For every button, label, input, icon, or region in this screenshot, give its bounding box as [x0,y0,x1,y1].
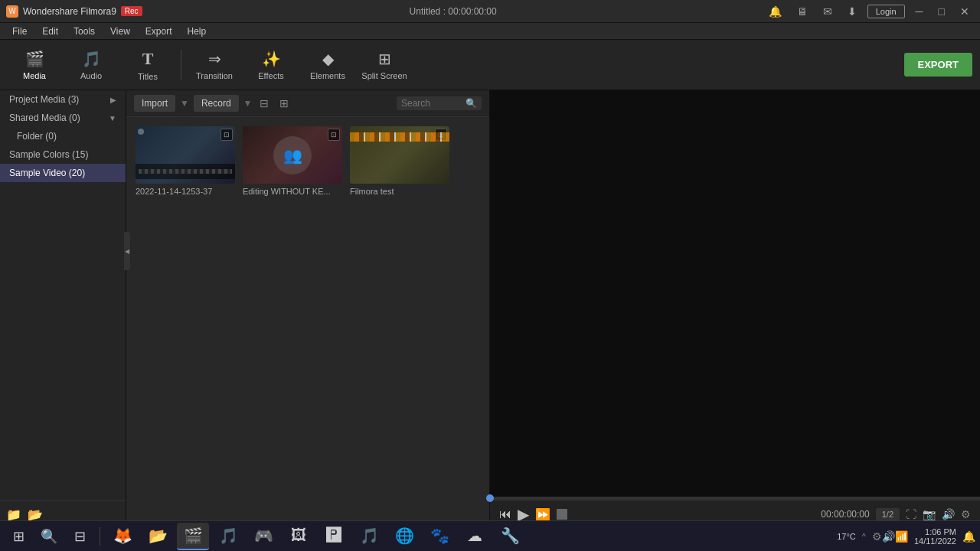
menu-tools[interactable]: Tools [67,24,101,38]
toolbar-effects[interactable]: ✨ Effects [244,43,298,87]
search-icon[interactable]: 🔍 [466,98,477,109]
login-button[interactable]: Login [867,5,905,18]
maximize-button[interactable]: □ [934,4,949,19]
notification-icon[interactable]: 🔔 [764,4,786,19]
toolbar-transition-label: Transition [196,71,233,80]
record-dropdown-arrow[interactable]: ▼ [243,98,253,109]
taskbar-divider [100,527,100,546]
task-view-button[interactable]: ⊟ [66,523,93,550]
export-button[interactable]: EXPORT [904,53,972,77]
app-name: Wondershare Filmora9 [23,6,116,17]
filter-icon[interactable]: ⊟ [256,96,272,111]
stop-button[interactable] [557,509,567,520]
download-icon[interactable]: ⬇ [843,4,861,19]
taskbar-app-filmora[interactable]: 🎬 [177,523,209,550]
taskbar-app-files[interactable]: 📂 [142,523,174,550]
notification-center-button[interactable]: 🔔 [962,530,975,543]
taskbar-app-misc1[interactable]: 🐾 [423,523,456,550]
search-button[interactable]: 🔍 [35,523,63,550]
transition-icon: ⇒ [208,50,221,68]
toolbar-titles[interactable]: T Titles [121,43,175,87]
splitscreen-icon: ⊞ [378,50,391,68]
taskbar-right: 17°C ^ ⚙🔊📶 1:06 PM 14/11/2022 🔔 [837,527,975,546]
toolbar-media[interactable]: 🎬 Media [8,43,61,87]
titlebar: W Wondershare Filmora9 Rec Untitled : 00… [0,0,980,23]
media-thumbnail-2[interactable]: ⊡ 👥 Editing WITHOUT KE... [243,126,342,519]
taskbar-app-spotify[interactable]: 🎵 [353,523,385,550]
monitor-icon[interactable]: 🖥 [792,4,812,19]
windows-start-button[interactable]: ⊞ [5,523,32,550]
toolbar-effects-label: Effects [258,71,283,80]
preview-screen [490,90,980,497]
titlebar-controls: 🔔 🖥 ✉ ⬇ Login ─ □ ✕ [764,4,974,19]
sidebar-shared-media-label: Shared Media (0) [9,112,80,123]
media-thumbnail-3[interactable]: ⊡ Filmora test [350,126,449,519]
taskbar-app-photoshop[interactable]: 🅿 [318,523,350,550]
settings-icon[interactable]: ⚙ [961,508,971,520]
go-to-start-button[interactable]: ⏮ [499,507,511,521]
thumb-image-3: ⊡ [350,126,449,184]
toolbar-splitscreen[interactable]: ⊞ Split Screen [358,43,411,87]
thumb-badge-1: ⊡ [220,129,233,141]
taskbar-app-music[interactable]: 🎵 [212,523,244,550]
sidebar-item-shared-media[interactable]: Shared Media (0) ▼ [0,109,126,127]
seekbar-thumb[interactable] [486,494,494,502]
fast-forward-button[interactable]: ⏩ [535,507,550,522]
taskbar-app-chrome[interactable]: 🌐 [388,523,420,550]
toolbar-transition[interactable]: ⇒ Transition [188,43,241,87]
audio-icon: 🎵 [82,50,101,68]
menubar: File Edit Tools View Export Help [0,23,980,40]
sidebar-item-folder[interactable]: Folder (0) [0,127,126,145]
toolbar-elements[interactable]: ◆ Elements [301,43,354,87]
titles-icon: T [142,49,154,69]
import-dropdown-arrow[interactable]: ▼ [180,98,189,109]
sidebar-item-project-media[interactable]: Project Media (3) ▶ [0,90,126,109]
sidebar-sample-colors-label: Sample Colors (15) [9,149,88,160]
preview-panel: ⏮ ▶ ⏩ 00:00:00:00 1/2 ⛶ 📷 🔊 ⚙ [490,90,980,528]
page-indicator[interactable]: 1/2 [876,508,900,520]
screenshot-icon[interactable]: 📷 [923,508,936,520]
menu-file[interactable]: File [6,24,33,38]
mail-icon[interactable]: ✉ [818,4,837,19]
import-button[interactable]: Import [134,95,175,112]
toolbar-divider-1 [181,50,181,80]
taskbar-app-photo[interactable]: 🖼 [283,523,315,550]
thumb-label-1: 2022-11-14-1253-37 [136,187,235,196]
taskbar-app-misc2[interactable]: ☁ [459,523,491,550]
date-display: 14/11/2022 [914,536,956,546]
taskbar-app-game[interactable]: 🎮 [247,523,279,550]
media-icon: 🎬 [25,50,44,68]
sidebar-item-sample-video[interactable]: Sample Video (20) [0,164,126,182]
thumb-image-1: ⊡ [136,126,235,184]
time-display: 1:06 PM [914,527,956,536]
sidebar-sample-video-label: Sample Video (20) [9,168,85,178]
sidebar-collapse-toggle[interactable]: ◀ [124,232,130,270]
titlebar-left: W Wondershare Filmora9 Rec [6,5,142,18]
fullscreen-icon[interactable]: ⛶ [906,508,916,520]
media-grid: ⊡ 2022-11-14-1253-37 ⊡ 👥 Editing WITHOUT… [126,117,489,528]
grid-view-icon[interactable]: ⊞ [276,96,292,111]
system-tray-expand[interactable]: ^ [862,532,866,541]
search-input[interactable] [401,98,462,109]
thumb-image-2: ⊡ 👥 [243,126,342,184]
volume-icon[interactable]: 🔊 [942,508,955,520]
media-thumbnail-1[interactable]: ⊡ 2022-11-14-1253-37 [136,126,235,519]
record-button[interactable]: Record [194,95,239,112]
taskbar-time[interactable]: 1:06 PM 14/11/2022 [914,527,956,546]
taskbar-app-browser[interactable]: 🦊 [106,523,139,550]
preview-seekbar[interactable] [490,497,980,500]
system-tray-icons[interactable]: ⚙🔊📶 [872,530,908,543]
menu-help[interactable]: Help [181,24,213,38]
menu-edit[interactable]: Edit [36,24,64,38]
toolbar: 🎬 Media 🎵 Audio T Titles ⇒ Transition ✨ … [0,40,980,90]
sidebar-item-sample-colors[interactable]: Sample Colors (15) [0,145,126,164]
taskbar-app-misc3[interactable]: 🔧 [494,523,526,550]
minimize-button[interactable]: ─ [911,4,928,19]
toolbar-audio[interactable]: 🎵 Audio [64,43,118,87]
media-panel: Import ▼ Record ▼ ⊟ ⊞ 🔍 ⊡ 20 [126,90,490,528]
menu-view[interactable]: View [104,24,136,38]
close-button[interactable]: ✕ [956,4,974,19]
app-icon: W [6,5,18,18]
main-area: Project Media (3) ▶ Shared Media (0) ▼ F… [0,90,980,528]
menu-export[interactable]: Export [139,24,178,38]
